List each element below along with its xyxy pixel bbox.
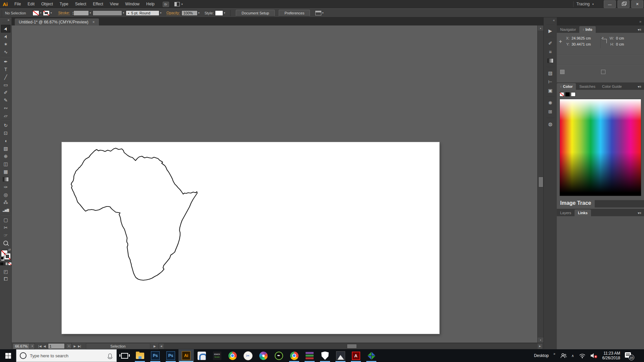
scroll-up-icon[interactable]: ▴ bbox=[538, 25, 543, 31]
menu-type[interactable]: Type bbox=[56, 0, 72, 8]
chrome-2[interactable] bbox=[286, 349, 302, 362]
last-artboard-icon[interactable]: ▶| bbox=[78, 345, 81, 348]
none-mode-button[interactable] bbox=[8, 262, 12, 265]
white-swatch[interactable] bbox=[571, 92, 576, 97]
gradient-tool[interactable] bbox=[1, 175, 10, 183]
picasa[interactable] bbox=[256, 349, 271, 362]
stroke-dropdown-icon[interactable]: ▾ bbox=[50, 11, 52, 14]
desktop-toolbar-label[interactable]: Desktop bbox=[534, 353, 549, 358]
info-panel-menu-icon[interactable]: ▾≡ bbox=[635, 26, 644, 33]
pathfinder-panel-icon[interactable]: ▣ bbox=[545, 86, 555, 95]
menu-file[interactable]: File bbox=[11, 0, 24, 8]
pen-app[interactable]: ✒ bbox=[271, 349, 286, 362]
magic-wand-tool[interactable]: ✶ bbox=[1, 40, 10, 48]
hand-tool[interactable]: ☞ bbox=[1, 231, 10, 239]
paintbrush-tool[interactable]: ✐ bbox=[1, 88, 10, 96]
toolbar-overflow-icon[interactable]: » bbox=[553, 352, 555, 356]
action-center-button[interactable]: 10 bbox=[625, 352, 634, 360]
mesh-tool[interactable]: ▦ bbox=[1, 168, 10, 175]
scroll-down-icon[interactable]: ▾ bbox=[538, 338, 543, 343]
artboard[interactable] bbox=[62, 142, 439, 334]
variable-width-profile-field[interactable]: • 5 pt. Round bbox=[126, 10, 159, 16]
artboards-panel-icon[interactable]: ⊞ bbox=[545, 107, 555, 116]
fill-color-swatch[interactable] bbox=[33, 10, 39, 16]
zoom-dropdown-icon[interactable]: ▾ bbox=[30, 343, 35, 349]
default-fill-stroke-icon[interactable] bbox=[1, 257, 4, 260]
toolbar-grip[interactable] bbox=[2, 22, 9, 24]
pencil-tool[interactable]: ✎ bbox=[1, 96, 10, 104]
photoshop[interactable]: Ps bbox=[148, 349, 163, 362]
stroke-panel-icon[interactable]: ≡ bbox=[545, 48, 555, 56]
hidden-icons-chevron[interactable]: ∧ bbox=[572, 354, 574, 358]
acrobat[interactable]: A bbox=[348, 349, 364, 362]
style-swatch[interactable] bbox=[215, 10, 223, 16]
defender[interactable] bbox=[317, 349, 333, 362]
tab-swatches[interactable]: Swatches bbox=[576, 83, 599, 90]
archicad[interactable] bbox=[194, 349, 209, 362]
gradient-mode-button[interactable] bbox=[4, 262, 8, 265]
artboard-tool[interactable]: ▢ bbox=[1, 216, 10, 224]
tab-navigator[interactable]: Navigator bbox=[557, 26, 579, 33]
tab-info[interactable]: ↕ Info bbox=[579, 26, 596, 33]
toolbar-expand-icon[interactable]: » bbox=[7, 17, 11, 22]
workspace-switcher[interactable]: Tracing ▾ bbox=[573, 1, 598, 7]
selection-tool[interactable]: ➤ bbox=[1, 25, 10, 33]
perspective-grid-tool[interactable]: ◫ bbox=[1, 160, 10, 168]
fill-stroke-indicator[interactable]: ⇄ bbox=[1, 249, 11, 260]
slice-tool[interactable]: ✂ bbox=[1, 224, 10, 231]
tab-color[interactable]: ↕ Color bbox=[557, 83, 576, 90]
actions-panel-icon[interactable]: ▶ bbox=[545, 26, 555, 35]
shape-builder-tool[interactable]: ⊕ bbox=[1, 152, 10, 160]
scroll-left-icon[interactable]: ◀ bbox=[159, 344, 164, 349]
opacity-link[interactable]: Opacity: bbox=[166, 11, 180, 15]
microphone-icon[interactable] bbox=[108, 354, 112, 358]
vertical-scroll-thumb[interactable] bbox=[538, 177, 543, 187]
scroll-right-icon[interactable]: ▶ bbox=[538, 344, 542, 349]
menu-help[interactable]: Help bbox=[143, 0, 158, 8]
document-tab[interactable]: Untitled-1* @ 66.67% (CMYK/Preview) × bbox=[15, 18, 99, 25]
type-tool[interactable]: T bbox=[1, 65, 10, 73]
zoom-level-field[interactable]: 66.67% bbox=[13, 343, 30, 349]
tab-layers[interactable]: Layers bbox=[557, 209, 575, 216]
people-icon[interactable] bbox=[560, 353, 567, 358]
artboard-number-field[interactable]: 1 bbox=[48, 343, 65, 349]
align-panel-icon[interactable]: ⊢ bbox=[545, 77, 555, 86]
clock[interactable]: 11:23 AM 6/26/2018 bbox=[602, 351, 620, 360]
previous-artboard-icon[interactable]: ◀ bbox=[44, 345, 46, 348]
width-tool[interactable]: ◖ bbox=[1, 137, 10, 144]
brush-definition-field[interactable] bbox=[93, 10, 122, 16]
expand-panels-icon[interactable]: » bbox=[639, 19, 641, 23]
arrange-documents-button[interactable]: ▾ bbox=[174, 2, 184, 6]
chrome[interactable] bbox=[225, 349, 240, 362]
vertical-scrollbar[interactable]: ▴ ▾ bbox=[537, 25, 543, 343]
next-artboard-icon[interactable]: ▶ bbox=[74, 345, 76, 348]
tab-links[interactable]: Links bbox=[575, 209, 591, 216]
rotate-tool[interactable]: ↻ bbox=[1, 121, 10, 129]
menu-object[interactable]: Object bbox=[38, 0, 56, 8]
menu-window[interactable]: Window bbox=[122, 0, 143, 8]
minimize-button[interactable]: — bbox=[604, 0, 616, 8]
first-artboard-icon[interactable]: |◀ bbox=[38, 345, 41, 348]
color-panel-menu-icon[interactable]: ▾≡ bbox=[635, 83, 644, 90]
blend-tool[interactable]: ◎ bbox=[1, 191, 10, 198]
asset-export-panel-icon[interactable]: ◍ bbox=[545, 120, 555, 128]
black-swatch[interactable] bbox=[565, 92, 570, 97]
menu-view[interactable]: View bbox=[107, 0, 122, 8]
winrar[interactable] bbox=[302, 349, 317, 362]
column-graph-tool[interactable]: ▂▅▇ bbox=[1, 206, 10, 214]
shaper-tool[interactable]: ∾ bbox=[1, 104, 10, 112]
stroke-weight-dropdown-icon[interactable]: ▾ bbox=[90, 11, 91, 14]
symbols-panel-icon[interactable]: ❋ bbox=[545, 99, 555, 107]
color-spectrum[interactable] bbox=[559, 99, 641, 196]
file-explorer[interactable] bbox=[132, 349, 148, 362]
eyedropper-tool[interactable]: ✑ bbox=[1, 183, 10, 191]
canvas-pasteboard[interactable] bbox=[11, 25, 537, 343]
tab-color-guide[interactable]: Color Guide bbox=[599, 83, 625, 90]
lasso-tool[interactable]: ∿ bbox=[1, 48, 10, 56]
status-options-icon[interactable]: ▶ bbox=[154, 345, 156, 348]
brush-definition-dropdown-icon[interactable]: ▾ bbox=[123, 11, 124, 14]
start-button[interactable] bbox=[0, 349, 16, 362]
align-options-icon[interactable] bbox=[315, 11, 321, 15]
none-swatch[interactable] bbox=[559, 92, 564, 97]
drawing-modes-button[interactable]: ◰ bbox=[1, 267, 10, 275]
